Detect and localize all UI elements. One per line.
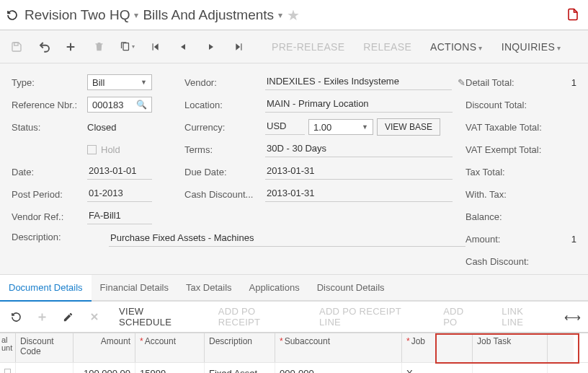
addporeceiptline-button[interactable]: ADD PO RECEIPT LINE xyxy=(309,306,430,328)
cell-job-task[interactable] xyxy=(473,363,548,373)
duedate-field[interactable]: 2013-01-31 xyxy=(265,164,453,180)
breadcrumb-root[interactable]: Revision Two HQ xyxy=(20,7,134,23)
detailtotal-label: Detail Total: xyxy=(466,77,552,88)
vatexempt-label: VAT Exempt Total: xyxy=(466,144,552,155)
breadcrumb-page[interactable]: Bills And Adjustments xyxy=(138,7,278,23)
cell-job[interactable]: X xyxy=(402,363,473,373)
table-row[interactable]: 100,000.00 15999 Fixed Asset ... 000-000… xyxy=(0,363,588,373)
tab-tax-details[interactable]: Tax Details xyxy=(177,275,241,302)
vendorref-label: Vendor Ref.: xyxy=(12,211,87,222)
prerelease-button[interactable]: PRE-RELEASE xyxy=(263,41,353,53)
star-icon[interactable]: ★ xyxy=(282,6,304,24)
duedate-label: Due Date: xyxy=(184,167,265,177)
col-job[interactable]: Job xyxy=(402,333,473,362)
col-description[interactable]: Description xyxy=(205,333,275,362)
date-field[interactable]: 2013-01-01 xyxy=(87,164,152,180)
tab-discount-details[interactable]: Discount Details xyxy=(308,275,393,302)
first-icon[interactable] xyxy=(143,35,167,59)
viewschedule-button[interactable]: VIEW SCHEDULE xyxy=(109,306,205,328)
col-discount-code[interactable]: Discount Code xyxy=(16,333,74,362)
cashdiscount-label: Cash Discount: xyxy=(466,256,552,267)
grid-add-icon[interactable] xyxy=(30,304,53,329)
hold-checkbox[interactable] xyxy=(87,145,97,154)
status-label: Status: xyxy=(12,122,87,133)
col-subaccount[interactable]: Subaccount xyxy=(275,333,402,362)
prev-icon[interactable] xyxy=(171,35,195,59)
hold-label: Hold xyxy=(101,144,120,155)
tab-financial-details[interactable]: Financial Details xyxy=(92,275,177,302)
col-amount[interactable]: Amount xyxy=(74,333,135,362)
row-checkbox[interactable] xyxy=(4,369,11,373)
location-label: Location: xyxy=(184,100,265,110)
date-label: Date: xyxy=(12,167,87,177)
svg-rect-0 xyxy=(14,43,18,45)
location-field[interactable]: MAIN - Primary Location xyxy=(265,97,453,113)
next-icon[interactable] xyxy=(199,35,223,59)
vattax-label: VAT Taxable Total: xyxy=(466,122,552,133)
tab-document-details[interactable]: Document Details xyxy=(0,275,92,302)
currency-code-field[interactable]: USD xyxy=(265,119,305,135)
addporeceipt-button[interactable]: ADD PO RECEIPT xyxy=(208,306,306,328)
type-select[interactable]: Bill▼ xyxy=(87,74,152,90)
cashdiscdate-label: Cash Discount... xyxy=(184,189,265,200)
last-icon[interactable] xyxy=(227,35,251,59)
col-job-task[interactable]: Job Task xyxy=(473,333,548,362)
grid-edit-icon[interactable] xyxy=(57,304,80,329)
refnbr-input[interactable]: 000183🔍 xyxy=(87,97,152,113)
refnbr-label: Reference Nbr.: xyxy=(12,100,87,110)
cashdiscdate-field[interactable]: 2013-01-31 xyxy=(265,186,453,202)
cell-account[interactable]: 15999 xyxy=(135,363,205,373)
terms-field[interactable]: 30D - 30 Days xyxy=(265,141,453,157)
taxtotal-label: Tax Total: xyxy=(466,167,552,177)
cell-subaccount[interactable]: 000-000 xyxy=(275,363,402,373)
type-label: Type: xyxy=(12,77,87,88)
refresh-icon[interactable] xyxy=(4,7,20,23)
linkline-button[interactable]: LINK LINE xyxy=(491,306,556,328)
new-doc-icon[interactable] xyxy=(566,8,581,22)
postperiod-label: Post Period: xyxy=(12,189,87,200)
amount-value: 1 xyxy=(571,234,576,245)
grid-fit-icon[interactable]: ⟷ xyxy=(561,310,584,324)
currency-label: Currency: xyxy=(184,122,265,133)
postperiod-field[interactable]: 01-2013 xyxy=(87,186,152,202)
status-value: Closed xyxy=(87,122,116,133)
detailtotal-value: 1 xyxy=(571,77,576,88)
amount-label: Amount: xyxy=(466,234,552,245)
desc-field[interactable]: Purchase Fixed Assets - Machines xyxy=(109,231,466,247)
col-partial: alunt xyxy=(0,333,16,362)
delete-icon[interactable] xyxy=(86,35,111,59)
vendor-label: Vendor: xyxy=(184,77,265,88)
disctotal-label: Discount Total: xyxy=(466,100,552,110)
addpo-button[interactable]: ADD PO xyxy=(433,306,489,328)
release-button[interactable]: RELEASE xyxy=(355,41,420,53)
cell-description[interactable]: Fixed Asset ... xyxy=(205,363,275,373)
grid-header: alunt Discount Code Amount Account Descr… xyxy=(0,333,588,363)
inquiries-menu[interactable]: INQUIRIES xyxy=(493,41,570,53)
svg-rect-1 xyxy=(123,43,129,51)
col-account[interactable]: Account xyxy=(135,333,205,362)
save-icon[interactable] xyxy=(4,35,29,59)
viewbase-button[interactable]: VIEW BASE xyxy=(377,118,440,136)
terms-label: Terms: xyxy=(184,144,265,155)
withtax-label: With. Tax: xyxy=(466,189,552,200)
vendorref-field[interactable]: FA-Bill1 xyxy=(87,209,152,224)
grid-delete-icon[interactable] xyxy=(83,304,106,329)
vendor-field[interactable]: INDEXILES - Exiles Indsysteme xyxy=(265,74,452,90)
undo-icon[interactable] xyxy=(32,35,57,59)
tab-applications[interactable]: Applications xyxy=(241,275,308,302)
pencil-icon[interactable]: ✎ xyxy=(458,77,466,88)
balance-label: Balance: xyxy=(466,211,552,222)
grid-refresh-icon[interactable] xyxy=(4,304,27,329)
currency-rate-select[interactable]: 1.00▼ xyxy=(308,119,373,135)
cell-discount-code[interactable] xyxy=(16,363,74,373)
desc-label: Description: xyxy=(12,232,87,242)
add-icon[interactable] xyxy=(58,35,83,59)
actions-menu[interactable]: ACTIONS xyxy=(422,41,491,53)
clipboard-icon[interactable]: ▾ xyxy=(115,35,139,59)
cell-amount[interactable]: 100,000.00 xyxy=(74,363,135,373)
